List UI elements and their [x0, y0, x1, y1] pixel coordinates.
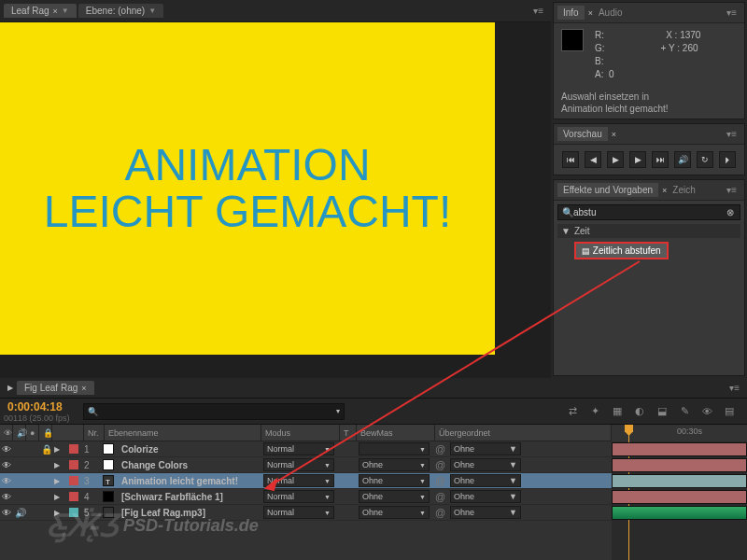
blend-mode-dropdown[interactable]: Normal▼ — [263, 506, 334, 519]
parent-dropdown[interactable]: Ohne▼ — [450, 506, 521, 519]
trackmatte-dropdown[interactable]: Ohne▼ — [359, 458, 430, 471]
tab-character[interactable]: Zeich — [667, 183, 700, 197]
last-frame-button[interactable]: ⏭ — [652, 151, 669, 168]
blend-mode-dropdown[interactable]: Normal▼ — [263, 458, 334, 471]
visibility-toggle[interactable]: 👁 — [0, 441, 13, 456]
layer-name[interactable]: Change Colors — [120, 457, 260, 472]
panel-menu-icon[interactable]: ▾≡ — [723, 6, 740, 20]
expand-icon[interactable]: ▶ — [52, 505, 65, 520]
visibility-toggle[interactable]: 👁 — [0, 473, 13, 488]
effect-preset-highlighted[interactable]: ▤ Zeitlich abstufen — [574, 242, 669, 259]
audio-waveform-bar[interactable] — [612, 506, 747, 520]
next-frame-button[interactable]: ▶ — [629, 151, 646, 168]
chevron-down-icon[interactable]: ▼ — [148, 7, 156, 15]
solo-toggle[interactable] — [26, 457, 39, 472]
trackmatte-dropdown[interactable]: Ohne▼ — [359, 474, 430, 487]
visibility-toggle[interactable]: 👁 — [0, 489, 13, 504]
draft3d-icon[interactable]: ✦ — [586, 403, 603, 420]
layer-row[interactable]: 👁▶3TAnimation leicht gemacht!Normal▼Ohne… — [0, 473, 612, 489]
layer-bar[interactable] — [612, 474, 747, 488]
motion-blur-icon[interactable]: ◐ — [631, 403, 648, 420]
expand-icon[interactable]: ▶ — [52, 441, 65, 456]
layer-switches-icon[interactable]: ▤ — [721, 403, 738, 420]
timeline-tab[interactable]: Fig Leaf Rag × — [17, 381, 94, 395]
trackmatte-dropdown[interactable]: ▼ — [359, 442, 430, 455]
tab-effects[interactable]: Effekte und Vorgaben — [557, 183, 658, 197]
panel-menu-icon[interactable]: ▾≡ — [723, 183, 740, 197]
layer-name[interactable]: Colorize — [120, 441, 260, 456]
layer-row[interactable]: 👁🔒▶1ColorizeNormal▼▼@Ohne▼ — [0, 441, 612, 457]
parent-dropdown[interactable]: Ohne▼ — [450, 474, 521, 487]
close-icon[interactable]: × — [53, 7, 58, 16]
audio-toggle[interactable] — [13, 489, 26, 504]
frame-blend-icon[interactable]: ▦ — [609, 403, 626, 420]
pickwhip-icon[interactable]: @ — [433, 457, 448, 472]
panel-menu-icon[interactable]: ▾≡ — [726, 381, 743, 395]
layer-row[interactable]: 👁▶2Change ColorsNormal▼Ohne▼@Ohne▼ — [0, 457, 612, 473]
trackmatte-dropdown[interactable]: Ohne▼ — [359, 506, 430, 519]
layer-name[interactable]: [Fig Leaf Rag.mp3] — [120, 505, 260, 520]
trackmatte-dropdown[interactable]: Ohne▼ — [359, 490, 430, 503]
lock-toggle[interactable] — [39, 457, 52, 472]
close-icon[interactable]: × — [81, 384, 86, 393]
graph-editor-icon[interactable]: ✎ — [676, 403, 693, 420]
composition-viewer[interactable]: ANIMATION LEICHT GEMACHT! — [0, 22, 551, 378]
expand-icon[interactable]: ▶ — [52, 457, 65, 472]
visibility-toggle[interactable]: 👁 — [0, 505, 13, 520]
parent-dropdown[interactable]: Ohne▼ — [450, 458, 521, 471]
viewer-tab-layer[interactable]: Ebene: (ohne) ▼ — [78, 4, 163, 18]
close-icon[interactable]: × — [612, 130, 616, 139]
blend-mode-dropdown[interactable]: Normal▼ — [263, 442, 334, 455]
solo-toggle[interactable] — [26, 489, 39, 504]
chevron-down-icon[interactable]: ▾ — [336, 407, 340, 415]
parent-dropdown[interactable]: Ohne▼ — [450, 442, 521, 455]
label-color[interactable] — [65, 473, 82, 488]
audio-toggle[interactable] — [13, 441, 26, 456]
comp-flowchart-icon[interactable]: ⇄ — [564, 403, 581, 420]
current-timecode[interactable]: 0:00:04:18 — [4, 400, 70, 413]
lock-toggle[interactable] — [39, 473, 52, 488]
play-button[interactable]: ▶ — [607, 151, 624, 168]
label-color[interactable] — [65, 457, 82, 472]
layer-name[interactable]: [Schwarz Farbfläche 1] — [120, 489, 260, 504]
lock-toggle[interactable]: 🔒 — [39, 441, 52, 456]
search-input[interactable] — [573, 207, 725, 217]
solo-toggle[interactable] — [26, 505, 39, 520]
expand-icon[interactable]: ▶ — [52, 489, 65, 504]
time-ruler[interactable]: 00:30s — [612, 425, 747, 441]
layer-bar[interactable] — [612, 442, 747, 456]
tab-audio[interactable]: Audio — [593, 6, 628, 20]
pickwhip-icon[interactable]: @ — [433, 505, 448, 520]
panel-menu-icon[interactable]: ▾≡ — [723, 127, 740, 141]
blend-mode-dropdown[interactable]: Normal▼ — [263, 490, 334, 503]
layer-bar[interactable] — [612, 490, 747, 504]
audio-toggle[interactable] — [13, 457, 26, 472]
parent-dropdown[interactable]: Ohne▼ — [450, 490, 521, 503]
layer-bar[interactable] — [612, 458, 747, 472]
tab-preview[interactable]: Vorschau — [557, 127, 608, 141]
solo-toggle[interactable] — [26, 441, 39, 456]
effects-search[interactable]: 🔍 ⊗ — [557, 204, 740, 220]
layer-search[interactable]: 🔍 ▾ — [83, 403, 345, 420]
tab-info[interactable]: Info — [557, 6, 585, 20]
visibility-toggle[interactable]: 👁 — [0, 457, 13, 472]
panel-menu-icon[interactable]: ▾≡ — [529, 4, 547, 18]
prev-frame-button[interactable]: ◀ — [585, 151, 601, 168]
lock-toggle[interactable] — [39, 489, 52, 504]
ram-preview-button[interactable]: ⏵ — [719, 151, 736, 168]
mute-button[interactable]: 🔊 — [674, 151, 691, 168]
label-color[interactable] — [65, 505, 82, 520]
clear-icon[interactable]: ⊗ — [725, 207, 736, 217]
pickwhip-icon[interactable]: @ — [433, 473, 448, 488]
track-area[interactable]: 00:30s — [612, 425, 747, 560]
lock-toggle[interactable] — [39, 505, 52, 520]
chevron-down-icon[interactable]: ▼ — [62, 7, 69, 15]
blend-mode-dropdown[interactable]: Normal▼ — [263, 474, 334, 487]
collapse-icon[interactable]: ▶ — [4, 384, 17, 392]
audio-toggle[interactable] — [13, 473, 26, 488]
layer-row[interactable]: 👁▶4[Schwarz Farbfläche 1]Normal▼Ohne▼@Oh… — [0, 489, 612, 505]
shy-icon[interactable]: 👁 — [698, 403, 715, 420]
label-color[interactable] — [65, 489, 82, 504]
audio-toggle[interactable]: 🔊 — [13, 505, 26, 520]
pickwhip-icon[interactable]: @ — [433, 489, 448, 504]
